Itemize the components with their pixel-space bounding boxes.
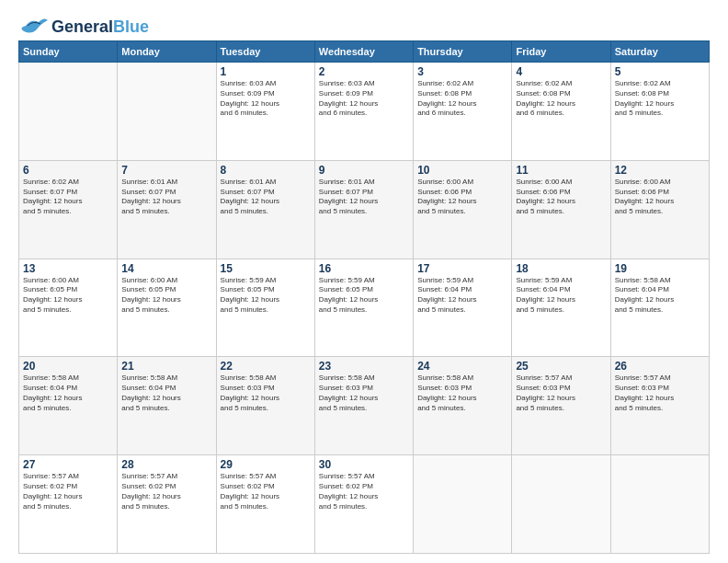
calendar-cell xyxy=(512,455,610,554)
day-number: 4 xyxy=(516,65,606,78)
day-number: 1 xyxy=(221,65,311,78)
day-number: 6 xyxy=(23,164,113,177)
day-number: 17 xyxy=(417,262,507,275)
day-header-thursday: Thursday xyxy=(414,41,512,63)
calendar-week-0: 1Sunrise: 6:03 AM Sunset: 6:09 PM Daylig… xyxy=(19,63,710,161)
calendar-cell: 13Sunrise: 6:00 AM Sunset: 6:05 PM Dayli… xyxy=(19,259,118,357)
day-number: 10 xyxy=(417,164,507,177)
day-info: Sunrise: 6:00 AM Sunset: 6:05 PM Dayligh… xyxy=(121,276,211,316)
day-info: Sunrise: 5:59 AM Sunset: 6:05 PM Dayligh… xyxy=(221,276,311,316)
calendar-cell: 26Sunrise: 5:57 AM Sunset: 6:03 PM Dayli… xyxy=(610,357,709,455)
logo: GeneralBlue xyxy=(18,17,149,37)
day-number: 5 xyxy=(615,65,705,78)
day-number: 16 xyxy=(319,262,409,275)
calendar-cell: 12Sunrise: 6:00 AM Sunset: 6:06 PM Dayli… xyxy=(610,160,709,259)
calendar-week-4: 27Sunrise: 5:57 AM Sunset: 6:02 PM Dayli… xyxy=(19,455,710,554)
calendar-cell: 22Sunrise: 5:58 AM Sunset: 6:03 PM Dayli… xyxy=(216,357,314,455)
calendar-cell: 7Sunrise: 6:01 AM Sunset: 6:07 PM Daylig… xyxy=(118,160,216,259)
calendar-cell: 15Sunrise: 5:59 AM Sunset: 6:05 PM Dayli… xyxy=(216,259,314,357)
calendar-cell: 29Sunrise: 5:57 AM Sunset: 6:02 PM Dayli… xyxy=(216,455,314,554)
day-info: Sunrise: 5:59 AM Sunset: 6:05 PM Dayligh… xyxy=(319,276,409,316)
day-number: 13 xyxy=(23,262,113,275)
day-number: 7 xyxy=(121,164,211,177)
day-info: Sunrise: 5:58 AM Sunset: 6:04 PM Dayligh… xyxy=(615,276,705,316)
day-info: Sunrise: 6:02 AM Sunset: 6:07 PM Dayligh… xyxy=(23,178,113,217)
calendar-cell: 4Sunrise: 6:02 AM Sunset: 6:08 PM Daylig… xyxy=(512,63,610,161)
day-number: 14 xyxy=(121,262,211,275)
day-number: 2 xyxy=(319,65,409,78)
calendar-cell: 9Sunrise: 6:01 AM Sunset: 6:07 PM Daylig… xyxy=(314,160,413,259)
day-number: 28 xyxy=(121,458,211,471)
calendar-cell xyxy=(19,63,118,161)
calendar-cell: 18Sunrise: 5:59 AM Sunset: 6:04 PM Dayli… xyxy=(512,259,610,357)
day-number: 22 xyxy=(221,360,311,373)
day-header-monday: Monday xyxy=(118,41,216,63)
day-info: Sunrise: 6:00 AM Sunset: 6:06 PM Dayligh… xyxy=(417,178,507,217)
calendar-cell: 23Sunrise: 5:58 AM Sunset: 6:03 PM Dayli… xyxy=(314,357,413,455)
day-info: Sunrise: 5:58 AM Sunset: 6:03 PM Dayligh… xyxy=(221,373,311,413)
header: GeneralBlue xyxy=(18,17,710,37)
day-header-saturday: Saturday xyxy=(610,41,709,63)
calendar: SundayMondayTuesdayWednesdayThursdayFrid… xyxy=(18,40,710,554)
day-number: 12 xyxy=(615,164,705,177)
day-number: 3 xyxy=(417,65,507,78)
day-info: Sunrise: 5:59 AM Sunset: 6:04 PM Dayligh… xyxy=(417,276,507,316)
day-number: 26 xyxy=(615,360,705,373)
calendar-cell: 5Sunrise: 6:02 AM Sunset: 6:08 PM Daylig… xyxy=(610,63,709,161)
day-number: 18 xyxy=(516,262,606,275)
day-info: Sunrise: 6:01 AM Sunset: 6:07 PM Dayligh… xyxy=(319,178,409,217)
calendar-cell: 28Sunrise: 5:57 AM Sunset: 6:02 PM Dayli… xyxy=(118,455,216,554)
calendar-cell: 21Sunrise: 5:58 AM Sunset: 6:04 PM Dayli… xyxy=(118,357,216,455)
day-info: Sunrise: 6:01 AM Sunset: 6:07 PM Dayligh… xyxy=(221,178,311,217)
day-number: 11 xyxy=(516,164,606,177)
calendar-cell: 3Sunrise: 6:02 AM Sunset: 6:08 PM Daylig… xyxy=(414,63,512,161)
day-info: Sunrise: 5:59 AM Sunset: 6:04 PM Dayligh… xyxy=(516,276,606,316)
calendar-cell: 27Sunrise: 5:57 AM Sunset: 6:02 PM Dayli… xyxy=(19,455,118,554)
calendar-cell: 17Sunrise: 5:59 AM Sunset: 6:04 PM Dayli… xyxy=(414,259,512,357)
calendar-cell: 11Sunrise: 6:00 AM Sunset: 6:06 PM Dayli… xyxy=(512,160,610,259)
calendar-cell: 1Sunrise: 6:03 AM Sunset: 6:09 PM Daylig… xyxy=(216,63,314,161)
calendar-cell: 8Sunrise: 6:01 AM Sunset: 6:07 PM Daylig… xyxy=(216,160,314,259)
day-info: Sunrise: 6:03 AM Sunset: 6:09 PM Dayligh… xyxy=(221,79,311,119)
calendar-cell xyxy=(118,63,216,161)
calendar-cell: 20Sunrise: 5:58 AM Sunset: 6:04 PM Dayli… xyxy=(19,357,118,455)
day-header-friday: Friday xyxy=(512,41,610,63)
day-number: 20 xyxy=(23,360,113,373)
calendar-cell: 19Sunrise: 5:58 AM Sunset: 6:04 PM Dayli… xyxy=(610,259,709,357)
day-number: 23 xyxy=(319,360,409,373)
day-info: Sunrise: 5:58 AM Sunset: 6:04 PM Dayligh… xyxy=(121,373,211,413)
day-number: 25 xyxy=(516,360,606,373)
calendar-cell: 6Sunrise: 6:02 AM Sunset: 6:07 PM Daylig… xyxy=(19,160,118,259)
day-info: Sunrise: 5:57 AM Sunset: 6:02 PM Dayligh… xyxy=(319,472,409,511)
day-info: Sunrise: 6:03 AM Sunset: 6:09 PM Dayligh… xyxy=(319,79,409,119)
calendar-week-1: 6Sunrise: 6:02 AM Sunset: 6:07 PM Daylig… xyxy=(19,160,710,259)
day-info: Sunrise: 6:02 AM Sunset: 6:08 PM Dayligh… xyxy=(417,79,507,119)
day-header-sunday: Sunday xyxy=(19,41,118,63)
calendar-cell: 24Sunrise: 5:58 AM Sunset: 6:03 PM Dayli… xyxy=(414,357,512,455)
day-number: 27 xyxy=(23,458,113,471)
calendar-cell: 16Sunrise: 5:59 AM Sunset: 6:05 PM Dayli… xyxy=(314,259,413,357)
day-info: Sunrise: 5:57 AM Sunset: 6:03 PM Dayligh… xyxy=(516,373,606,413)
day-info: Sunrise: 5:58 AM Sunset: 6:04 PM Dayligh… xyxy=(23,373,113,413)
day-info: Sunrise: 5:57 AM Sunset: 6:02 PM Dayligh… xyxy=(23,472,113,511)
calendar-week-3: 20Sunrise: 5:58 AM Sunset: 6:04 PM Dayli… xyxy=(19,357,710,455)
day-info: Sunrise: 6:00 AM Sunset: 6:06 PM Dayligh… xyxy=(516,178,606,217)
day-info: Sunrise: 5:58 AM Sunset: 6:03 PM Dayligh… xyxy=(319,373,409,413)
day-info: Sunrise: 5:57 AM Sunset: 6:02 PM Dayligh… xyxy=(221,472,311,511)
calendar-cell: 14Sunrise: 6:00 AM Sunset: 6:05 PM Dayli… xyxy=(118,259,216,357)
day-number: 24 xyxy=(417,360,507,373)
calendar-cell: 2Sunrise: 6:03 AM Sunset: 6:09 PM Daylig… xyxy=(314,63,413,161)
calendar-header-row: SundayMondayTuesdayWednesdayThursdayFrid… xyxy=(19,41,710,63)
logo-text: GeneralBlue xyxy=(51,17,149,37)
calendar-cell: 10Sunrise: 6:00 AM Sunset: 6:06 PM Dayli… xyxy=(414,160,512,259)
day-header-wednesday: Wednesday xyxy=(314,41,413,63)
day-info: Sunrise: 6:02 AM Sunset: 6:08 PM Dayligh… xyxy=(615,79,705,119)
day-number: 8 xyxy=(221,164,311,177)
calendar-cell: 25Sunrise: 5:57 AM Sunset: 6:03 PM Dayli… xyxy=(512,357,610,455)
day-number: 21 xyxy=(121,360,211,373)
day-number: 19 xyxy=(615,262,705,275)
day-number: 29 xyxy=(221,458,311,471)
calendar-cell xyxy=(414,455,512,554)
day-info: Sunrise: 5:58 AM Sunset: 6:03 PM Dayligh… xyxy=(417,373,507,413)
day-number: 9 xyxy=(319,164,409,177)
